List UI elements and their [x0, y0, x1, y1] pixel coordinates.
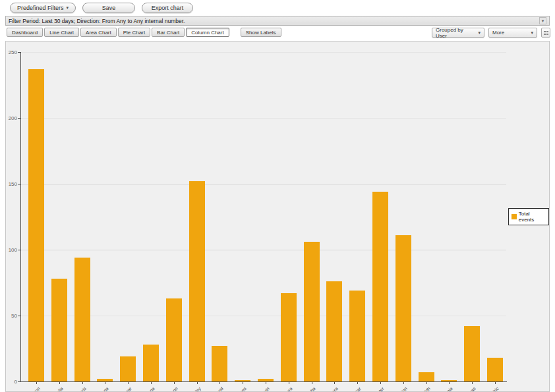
- y-axis-label: 100: [6, 247, 17, 253]
- chart-controls: Grouped by User ▾ More ▾: [432, 28, 550, 38]
- bar-diana: [97, 379, 113, 381]
- x-axis-tick: [357, 382, 358, 384]
- bar-tomas: [464, 326, 480, 381]
- grouped-by-value: Grouped by User: [436, 27, 474, 39]
- legend-swatch-icon: [511, 214, 517, 219]
- x-axis-tick: [289, 382, 289, 384]
- bar-chris: [74, 258, 90, 381]
- y-axis-label: 250: [6, 49, 17, 55]
- bar-haley: [189, 181, 205, 381]
- x-axis-tick: [266, 382, 266, 384]
- bar-oscar: [349, 291, 365, 381]
- x-axis-label: Glenn: [154, 386, 178, 392]
- filter-bar[interactable]: Filter Period: Last 30 days; Direction: …: [5, 16, 550, 26]
- chevron-down-icon: ▾: [531, 30, 533, 36]
- x-axis-tick: [472, 382, 473, 384]
- button-label: Export chart: [152, 5, 184, 11]
- x-axis-label: Oscar: [337, 386, 361, 392]
- more-value: More: [492, 30, 504, 36]
- bar-sonia: [441, 380, 457, 381]
- bar-james: [235, 380, 250, 381]
- bar-glenn: [166, 298, 182, 381]
- x-axis-label: James: [222, 386, 247, 392]
- tab-area-chart[interactable]: Area Chart: [80, 28, 117, 37]
- export-chart-button[interactable]: Export chart: [142, 3, 193, 13]
- x-axis-tick: [334, 382, 335, 384]
- x-axis-tick: [312, 382, 312, 384]
- x-axis-tick: [151, 382, 152, 384]
- x-axis-tick: [128, 382, 129, 384]
- y-axis-label: 200: [6, 115, 17, 121]
- chevron-down-icon: ▾: [478, 30, 481, 36]
- tab-show-labels[interactable]: Show Labels: [241, 28, 281, 37]
- bar-ulric: [487, 358, 503, 381]
- chart-legend[interactable]: Total events: [508, 208, 549, 225]
- y-axis-label: 50: [6, 313, 17, 319]
- x-axis-tick: [243, 382, 243, 384]
- tab-dashboard[interactable]: Dashboard: [7, 28, 43, 37]
- top-toolbar: Predefined Filters▾SaveExport chart: [10, 3, 193, 13]
- grid-icon: [544, 31, 548, 35]
- x-axis-tick: [174, 382, 175, 384]
- x-axis-label: Quinn: [383, 386, 407, 392]
- button-label: Save: [102, 5, 116, 11]
- gridline-250: [20, 52, 506, 53]
- y-axis-label: 150: [6, 181, 17, 187]
- x-axis-label: Kevin: [245, 386, 270, 392]
- bar-micha: [304, 242, 320, 381]
- bar-ingrid: [212, 346, 227, 381]
- x-axis-tick: [380, 382, 381, 384]
- chart-type-tabs: DashboardLine ChartArea ChartPie ChartBa…: [7, 28, 283, 37]
- tab-line-chart[interactable]: Line Chart: [44, 28, 79, 37]
- chart-panel: Total events 050100150200250AaronBellaCh…: [5, 41, 550, 392]
- x-axis-tick: [219, 382, 220, 384]
- button-label: Predefined Filters: [17, 5, 64, 11]
- bar-fiona: [143, 345, 159, 381]
- bar-ralph: [419, 372, 434, 381]
- x-axis-label: Peter: [360, 386, 384, 392]
- bar-peter: [372, 192, 388, 381]
- x-axis-label: Ulric: [475, 386, 499, 392]
- x-axis-label: Chris: [62, 386, 86, 392]
- x-axis-label: Micha: [291, 386, 316, 392]
- grid-view-button[interactable]: [541, 28, 550, 38]
- tab-column-chart[interactable]: Column Chart: [186, 28, 229, 37]
- x-axis-label: Fiona: [131, 386, 155, 392]
- x-axis-label: Nora: [314, 386, 338, 392]
- gridline-100: [20, 250, 506, 250]
- x-axis-label: Sonia: [428, 386, 453, 392]
- chevron-down-icon[interactable]: ▾: [539, 17, 546, 24]
- tab-pie-chart[interactable]: Pie Chart: [118, 28, 150, 37]
- y-axis: [20, 52, 21, 381]
- predefined-filters-button[interactable]: Predefined Filters▾: [10, 3, 76, 13]
- bar-edgar: [120, 356, 136, 381]
- gridline-50: [20, 316, 506, 316]
- x-axis-label: Haley: [177, 386, 201, 392]
- bar-aaron: [28, 69, 44, 381]
- bar-bella: [51, 279, 67, 381]
- x-axis: [20, 381, 507, 382]
- x-axis-tick: [426, 382, 427, 384]
- x-axis-tick: [495, 382, 496, 384]
- x-axis-tick: [82, 382, 83, 384]
- x-axis-tick: [449, 382, 450, 384]
- x-axis-label: Bella: [39, 386, 63, 392]
- bar-quinn: [395, 235, 411, 381]
- more-select[interactable]: More ▾: [488, 28, 537, 38]
- x-axis-tick: [59, 382, 60, 384]
- y-axis-label: 0: [6, 379, 17, 385]
- grouped-by-select[interactable]: Grouped by User ▾: [432, 28, 484, 38]
- bar-laura: [281, 293, 297, 381]
- bar-kevin: [258, 379, 274, 381]
- x-axis-label: Ralph: [406, 386, 430, 392]
- x-axis-label: Edgar: [107, 386, 132, 392]
- x-axis-label: Tomas: [452, 386, 476, 392]
- x-axis-tick: [105, 382, 105, 384]
- x-axis-label: Diana: [84, 386, 109, 392]
- x-axis-label: Aaron: [16, 386, 40, 392]
- tab-bar-chart[interactable]: Bar Chart: [152, 28, 185, 37]
- x-axis-label: Laura: [268, 386, 293, 392]
- gridline-200: [20, 118, 506, 119]
- x-axis-tick: [36, 382, 37, 384]
- save-button[interactable]: Save: [82, 3, 135, 13]
